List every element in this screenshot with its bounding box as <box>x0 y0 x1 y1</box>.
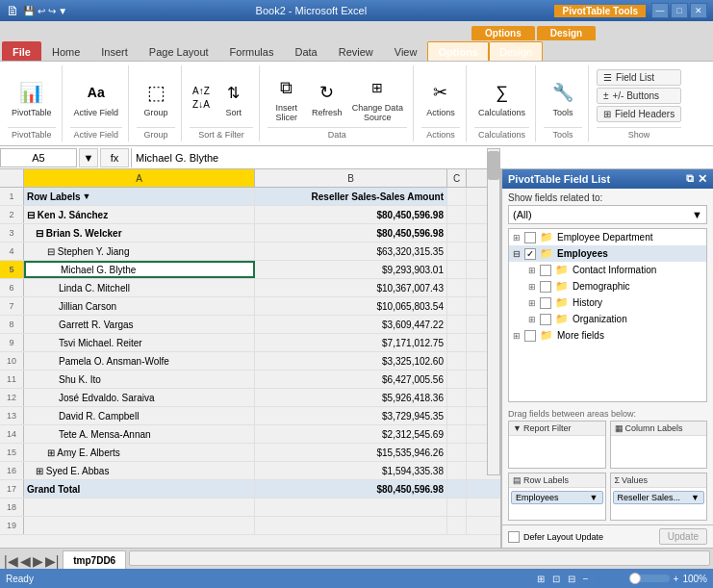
filter-icon[interactable]: ▼ <box>83 192 91 201</box>
cell-b11[interactable]: $6,427,005.56 <box>255 371 447 388</box>
cell-b9[interactable]: $7,171,012.75 <box>255 334 447 351</box>
pivot-copy-icon[interactable]: ⧉ <box>686 172 694 186</box>
cell-a7[interactable]: Jillian Carson <box>24 297 255 315</box>
vertical-scrollbar[interactable] <box>487 169 500 475</box>
insert-slicer-button[interactable]: ⧉ InsertSlicer <box>267 70 306 124</box>
cell-a3[interactable]: ⊟ Brian S. Welcker <box>24 224 255 242</box>
view-page-icon[interactable]: ⊡ <box>552 574 560 584</box>
field-checkbox-demo[interactable] <box>540 281 551 293</box>
field-list-button[interactable]: ☰ Field List <box>597 69 681 86</box>
cell-b5[interactable]: $9,293,903.01 <box>255 261 447 278</box>
field-employees[interactable]: ⊟ ✓ 📁 Employees <box>509 245 706 262</box>
name-box-dropdown[interactable]: ▼ <box>79 148 98 167</box>
cell-b14[interactable]: $2,312,545.69 <box>255 425 447 443</box>
cell-b19[interactable] <box>255 517 447 534</box>
col-header-a[interactable]: A <box>24 169 255 187</box>
field-checkbox-employees[interactable]: ✓ <box>524 248 536 260</box>
cell-b16[interactable]: $1,594,335.38 <box>255 462 447 479</box>
minimize-button[interactable]: — <box>651 3 669 18</box>
pivot-chip-employees[interactable]: Employees ▼ <box>511 491 603 504</box>
cell-a1[interactable]: Row Labels ▼ <box>24 188 255 205</box>
update-button[interactable]: Update <box>659 528 707 545</box>
view-break-icon[interactable]: ⊟ <box>568 574 575 584</box>
tab-design[interactable]: Design <box>489 41 543 61</box>
field-contact-info[interactable]: ⊞ 📁 Contact Information <box>509 262 706 278</box>
cell-reference[interactable] <box>0 148 77 167</box>
function-button[interactable]: fx <box>100 148 129 167</box>
col-header-b[interactable]: B <box>255 169 447 187</box>
cell-a15[interactable]: ⊞ Amy E. Alberts <box>24 444 255 461</box>
zoom-slider[interactable] <box>593 575 670 582</box>
tab-insert[interactable]: Insert <box>90 41 139 61</box>
pivottable-button[interactable]: 📊 PivotTable <box>8 75 56 119</box>
tab-data[interactable]: Data <box>284 41 327 61</box>
field-demographic[interactable]: ⊞ 📁 Demographic <box>509 278 706 294</box>
sheet-nav-prev[interactable]: ◀ <box>20 553 31 569</box>
cell-a4[interactable]: ⊟ Stephen Y. Jiang <box>24 243 255 260</box>
cell-a8[interactable]: Garrett R. Vargas <box>24 316 255 333</box>
sort-za-button[interactable]: Z↓A <box>190 98 213 111</box>
view-normal-icon[interactable]: ⊞ <box>537 574 545 584</box>
tab-file[interactable]: File <box>2 41 41 61</box>
zoom-thumb[interactable] <box>629 573 641 584</box>
cell-b3[interactable]: $80,450,596.98 <box>255 224 447 242</box>
zoom-out-button[interactable]: − <box>583 574 589 584</box>
tab-formulas[interactable]: Formulas <box>219 41 285 61</box>
pivot-area-row-labels[interactable]: ▤ Row Labels Employees ▼ <box>508 473 606 521</box>
field-employee-department[interactable]: ⊞ 📁 Employee Department <box>509 229 706 245</box>
sort-button[interactable]: ⇅ Sort <box>215 75 253 119</box>
pivot-close-icon[interactable]: ✕ <box>698 172 707 186</box>
pivot-area-values[interactable]: Σ Values Reseller Sales... ▼ <box>610 473 708 521</box>
pivot-area-column-labels[interactable]: ▦ Column Labels <box>610 421 708 469</box>
field-checkbox-more[interactable] <box>524 330 536 342</box>
formula-input[interactable] <box>131 148 713 167</box>
cell-b17[interactable]: $80,450,596.98 <box>255 480 447 498</box>
field-history[interactable]: ⊞ 📁 History <box>509 294 706 311</box>
close-button[interactable]: ✕ <box>690 3 707 18</box>
field-checkbox-history[interactable] <box>540 297 551 309</box>
cell-a16[interactable]: ⊞ Syed E. Abbas <box>24 462 255 479</box>
refresh-button[interactable]: ↻ Refresh <box>308 75 346 119</box>
col-header-c[interactable]: C <box>447 169 467 187</box>
sort-az-button[interactable]: A↑Z <box>190 85 213 97</box>
cell-a10[interactable]: Pamela O. Ansman-Wolfe <box>24 352 255 370</box>
cell-a12[interactable]: José Edvaldo. Saraiva <box>24 389 255 406</box>
cell-a13[interactable]: David R. Campbell <box>24 407 255 424</box>
cell-b10[interactable]: $3,325,102.60 <box>255 352 447 370</box>
chip-dropdown-sales[interactable]: ▼ <box>691 493 700 502</box>
active-field-button[interactable]: Aa Active Field <box>70 75 123 119</box>
cell-b8[interactable]: $3,609,447.22 <box>255 316 447 333</box>
cell-b12[interactable]: $5,926,418.36 <box>255 389 447 406</box>
cell-b2[interactable]: $80,450,596.98 <box>255 206 447 223</box>
tab-home[interactable]: Home <box>41 41 90 61</box>
pivot-dropdown[interactable]: (All) ▼ <box>508 205 707 224</box>
cell-b7[interactable]: $10,065,803.54 <box>255 297 447 315</box>
cell-a2[interactable]: ⊟ Ken J. Sánchez <box>24 206 255 223</box>
sheet-nav-next[interactable]: ▶ <box>33 553 43 569</box>
options-tab[interactable]: Options <box>471 26 535 40</box>
cell-b18[interactable] <box>255 499 447 516</box>
zoom-in-button[interactable]: + <box>674 574 679 584</box>
cell-a5[interactable]: Michael G. Blythe <box>24 261 255 278</box>
field-checkbox-contact[interactable] <box>540 265 551 276</box>
cell-a9[interactable]: Tsvi Michael. Reiter <box>24 334 255 351</box>
sheet-nav-last[interactable]: ▶| <box>45 553 60 569</box>
plus-minus-button[interactable]: ± +/- Buttons <box>597 88 681 104</box>
cell-a11[interactable]: Shu K. Ito <box>24 371 255 388</box>
tab-view[interactable]: View <box>384 41 428 61</box>
cell-b13[interactable]: $3,729,945.35 <box>255 407 447 424</box>
cell-a6[interactable]: Linda C. Mitchell <box>24 279 255 296</box>
tab-options[interactable]: Options <box>427 41 489 61</box>
cell-b1[interactable]: Reseller Sales-Sales Amount <box>255 188 447 205</box>
cell-b15[interactable]: $15,535,946.26 <box>255 444 447 461</box>
field-headers-button[interactable]: ⊞ Field Headers <box>597 106 681 122</box>
field-more[interactable]: ⊞ 📁 More fields <box>509 327 706 344</box>
tab-review[interactable]: Review <box>328 41 384 61</box>
cell-a18[interactable] <box>24 499 255 516</box>
actions-button[interactable]: ✂ Actions <box>421 75 460 119</box>
maximize-button[interactable]: □ <box>671 3 688 18</box>
cell-a19[interactable] <box>24 517 255 534</box>
group-button[interactable]: ⬚ Group <box>137 75 175 119</box>
cell-b6[interactable]: $10,367,007.43 <box>255 279 447 296</box>
change-data-source-button[interactable]: ⊞ Change DataSource <box>348 70 407 124</box>
